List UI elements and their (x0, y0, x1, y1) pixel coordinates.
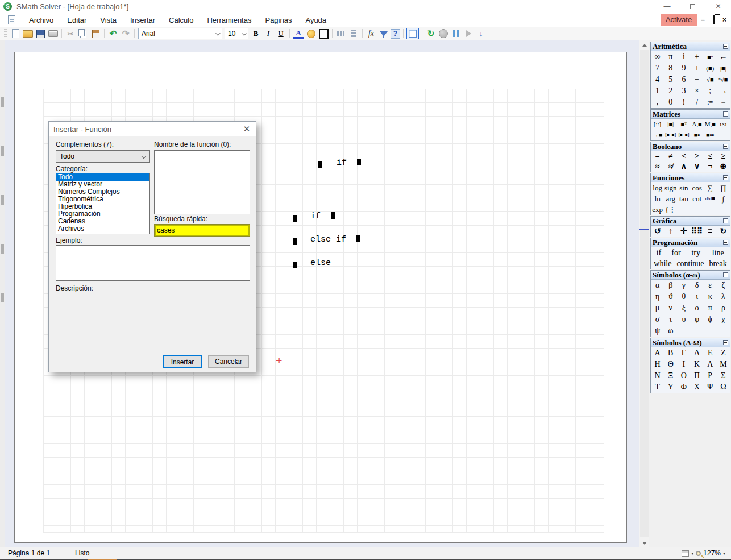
not-icon[interactable]: ¬ (704, 161, 717, 172)
plus-minus-icon[interactable]: ± (690, 51, 703, 63)
menu-herramientas[interactable]: Herramientas (200, 14, 258, 27)
collapse-icon[interactable] (723, 111, 728, 117)
cap-omicron[interactable]: Ο (677, 370, 690, 381)
and-icon[interactable]: ∧ (677, 161, 690, 172)
xi[interactable]: ξ (677, 302, 690, 314)
cap-mu[interactable]: Μ (717, 359, 730, 370)
phi-alt[interactable]: ϕ (704, 314, 717, 325)
insert-button[interactable]: Insertar (163, 355, 202, 368)
power-icon[interactable]: ■ⁿ (704, 51, 717, 63)
cot-function[interactable]: cot (690, 193, 703, 204)
alpha[interactable]: α (651, 280, 664, 291)
vertical-scrollbar[interactable] (639, 40, 649, 547)
insert-function-button[interactable]: fx (366, 28, 377, 39)
function-name-list[interactable] (154, 150, 250, 214)
epsilon[interactable]: ε (704, 280, 717, 291)
menu-insertar[interactable]: Insertar (123, 14, 162, 27)
less-icon[interactable]: < (677, 151, 690, 161)
page-layout-icon[interactable] (682, 550, 689, 557)
chi[interactable]: χ (717, 314, 730, 325)
paste-button[interactable] (90, 28, 101, 39)
absolute-value-icon[interactable]: |■| (717, 63, 730, 74)
menu-calculo[interactable]: Cálculo (162, 14, 200, 27)
psi[interactable]: ψ (651, 325, 664, 337)
cap-kappa[interactable]: Κ (690, 359, 703, 370)
rho[interactable]: ρ (717, 302, 730, 314)
print-button[interactable] (47, 28, 59, 39)
cap-lambda[interactable]: Λ (704, 359, 717, 370)
border-button[interactable] (318, 28, 329, 39)
interrupt-button[interactable] (438, 28, 449, 39)
tan-function[interactable]: tan (677, 193, 690, 204)
cap-rho[interactable]: Ρ (704, 370, 717, 381)
mdi-restore-button[interactable] (708, 16, 719, 24)
digit-0[interactable]: 0 (664, 97, 677, 108)
pi-icon[interactable]: π (664, 51, 677, 63)
cap-epsilon[interactable]: Ε (704, 347, 717, 359)
collapse-icon[interactable] (723, 218, 728, 223)
cap-iota[interactable]: Ι (677, 359, 690, 370)
filter-button[interactable] (378, 28, 389, 39)
cap-xi[interactable]: Ξ (664, 370, 677, 381)
rotate-icon[interactable]: ↺ (651, 226, 664, 237)
sin-function[interactable]: sin (677, 182, 690, 193)
addons-select[interactable]: Todo (56, 150, 150, 163)
matrix-element-icon[interactable]: ■▪ (690, 130, 703, 140)
digit-7[interactable]: 7 (651, 63, 664, 74)
menu-paginas[interactable]: Páginas (258, 14, 298, 27)
font-color-button[interactable]: A (293, 29, 304, 39)
align-horizontal-button[interactable] (335, 28, 347, 39)
nu[interactable]: ν (664, 302, 677, 314)
copy-button[interactable] (77, 28, 89, 39)
ln-function[interactable]: ln (651, 193, 664, 204)
collapse-icon[interactable] (723, 272, 728, 277)
show-definitions-button[interactable] (406, 28, 419, 39)
placeholder-icon[interactable] (357, 159, 361, 165)
omega[interactable]: ω (664, 325, 677, 337)
lines-icon[interactable]: ≡ (704, 226, 717, 237)
beta[interactable]: β (664, 280, 677, 291)
cos-function[interactable]: cos (690, 182, 703, 193)
cap-pi[interactable]: Π (690, 370, 703, 381)
delta[interactable]: δ (690, 280, 703, 291)
cap-chi[interactable]: Χ (690, 381, 703, 393)
digit-4[interactable]: 4 (651, 74, 664, 85)
cap-gamma[interactable]: Γ (677, 347, 690, 359)
move-icon[interactable]: ✛ (677, 226, 690, 237)
arrow-up-icon[interactable]: ↑ (664, 226, 677, 237)
placeholder-icon[interactable] (356, 235, 360, 242)
scroll-up-button[interactable] (639, 40, 649, 49)
backspace-icon[interactable]: ← (717, 51, 730, 63)
cap-theta[interactable]: Θ (664, 359, 677, 370)
determinant-icon[interactable]: |■| (664, 119, 677, 130)
chevron-down-icon[interactable]: ▾ (691, 551, 693, 556)
phi[interactable]: φ (690, 314, 703, 325)
collapse-icon[interactable] (723, 175, 728, 180)
else-if-branch-body[interactable] (293, 238, 297, 247)
arg-function[interactable]: arg (664, 193, 677, 204)
placeholder-icon[interactable] (293, 238, 297, 245)
exp-function[interactable]: exp (651, 204, 664, 215)
matrix-icon[interactable]: [::] (651, 119, 664, 130)
cap-beta[interactable]: Β (664, 347, 677, 359)
cap-alpha[interactable]: Α (651, 347, 664, 359)
integral-icon[interactable]: ∫ (717, 193, 730, 204)
symbolic-eval-icon[interactable]: → (717, 85, 730, 97)
digit-5[interactable]: 5 (664, 74, 677, 85)
dialog-close-button[interactable]: ✕ (238, 122, 256, 136)
placeholder-icon[interactable] (331, 212, 335, 219)
nth-root-icon[interactable]: ⁿ√■ (717, 74, 730, 85)
refresh-icon[interactable]: ↻ (717, 226, 730, 237)
tau[interactable]: τ (664, 314, 677, 325)
insert-unit-button[interactable]: ? (391, 29, 400, 39)
cap-omega[interactable]: Ω (717, 381, 730, 393)
collapse-icon[interactable] (723, 340, 728, 345)
placeholder-icon[interactable] (293, 262, 297, 268)
chevron-down-icon[interactable]: ▾ (723, 551, 725, 556)
scrollbar-thumb[interactable] (640, 50, 649, 537)
minor-icon[interactable]: M,■ (704, 119, 717, 130)
menu-editar[interactable]: Editar (60, 14, 93, 27)
not-approx-icon[interactable]: ≉ (664, 161, 677, 172)
digit-1[interactable]: 1 (651, 85, 664, 97)
cap-psi[interactable]: Ψ (704, 381, 717, 393)
